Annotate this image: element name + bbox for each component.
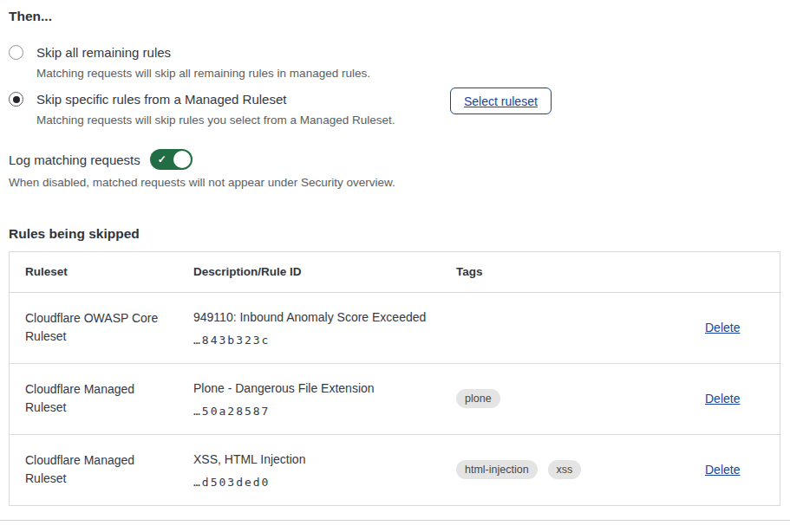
- rule-description: Plone - Dangerous File Extension: [193, 380, 456, 396]
- ruleset-name: Cloudflare OWASP Core Ruleset: [25, 309, 164, 346]
- tag-pill: html-injection: [456, 460, 538, 479]
- delete-link[interactable]: Delete: [705, 463, 740, 477]
- tags-cell: [456, 292, 705, 363]
- table-row: Cloudflare Managed Ruleset XSS, HTML Inj…: [10, 434, 781, 505]
- column-header-tags: Tags: [456, 252, 705, 292]
- rule-id: …d503ded0: [193, 476, 456, 489]
- rule-id: …843b323c: [193, 334, 456, 347]
- rules-being-skipped-table: Ruleset Description/Rule ID Tags Cloudfl…: [9, 251, 780, 506]
- option-description-skip-specific: Matching requests will skip rules you se…: [36, 113, 395, 128]
- column-header-actions: [705, 252, 781, 292]
- table-row: Cloudflare OWASP Core Ruleset 949110: In…: [10, 292, 781, 363]
- tags-cell: plone: [456, 363, 705, 434]
- toggle-knob: [173, 151, 191, 168]
- tags-cell: html-injection xss: [456, 434, 705, 505]
- delete-link[interactable]: Delete: [705, 321, 740, 334]
- tag-pill: xss: [548, 460, 582, 479]
- radio-skip-specific-rules[interactable]: [9, 92, 23, 107]
- column-header-ruleset: Ruleset: [10, 252, 193, 292]
- ruleset-name: Cloudflare Managed Ruleset: [25, 380, 164, 417]
- rule-id: …50a28587: [193, 405, 456, 418]
- waf-skip-rule-config-panel: Then... Skip all remaining rules Matchin…: [0, 0, 790, 532]
- check-icon: ✓: [158, 152, 166, 166]
- option-skip-specific-rules: Skip specific rules from a Managed Rules…: [9, 90, 395, 128]
- table-row: Cloudflare Managed Ruleset Plone - Dange…: [10, 363, 781, 434]
- rule-description: XSS, HTML Injection: [193, 451, 456, 467]
- tag-pill: plone: [456, 389, 500, 408]
- option-label-skip-specific[interactable]: Skip specific rules from a Managed Rules…: [36, 90, 395, 108]
- select-ruleset-button[interactable]: Select ruleset: [450, 88, 552, 114]
- table-header-row: Ruleset Description/Rule ID Tags: [10, 252, 781, 292]
- section-divider: [0, 520, 790, 521]
- option-skip-all-remaining-rules: Skip all remaining rules Matching reques…: [9, 43, 370, 81]
- column-header-description-rule-id: Description/Rule ID: [193, 252, 456, 292]
- rule-description: 949110: Inbound Anomaly Score Exceeded: [193, 309, 456, 325]
- radio-skip-all-remaining-rules[interactable]: [9, 45, 23, 60]
- log-matching-requests-label: Log matching requests: [9, 152, 140, 167]
- option-description-skip-all: Matching requests will skip all remainin…: [36, 66, 370, 81]
- option-label-skip-all[interactable]: Skip all remaining rules: [36, 43, 370, 62]
- log-matching-requests-description: When disabled, matched requests will not…: [9, 176, 395, 189]
- delete-link[interactable]: Delete: [705, 392, 740, 405]
- log-matching-requests-row: Log matching requests ✓: [9, 149, 193, 170]
- ruleset-name: Cloudflare Managed Ruleset: [25, 451, 164, 488]
- then-heading: Then...: [9, 9, 52, 24]
- rules-being-skipped-heading: Rules being skipped: [9, 226, 140, 242]
- log-matching-requests-toggle[interactable]: ✓: [150, 149, 193, 170]
